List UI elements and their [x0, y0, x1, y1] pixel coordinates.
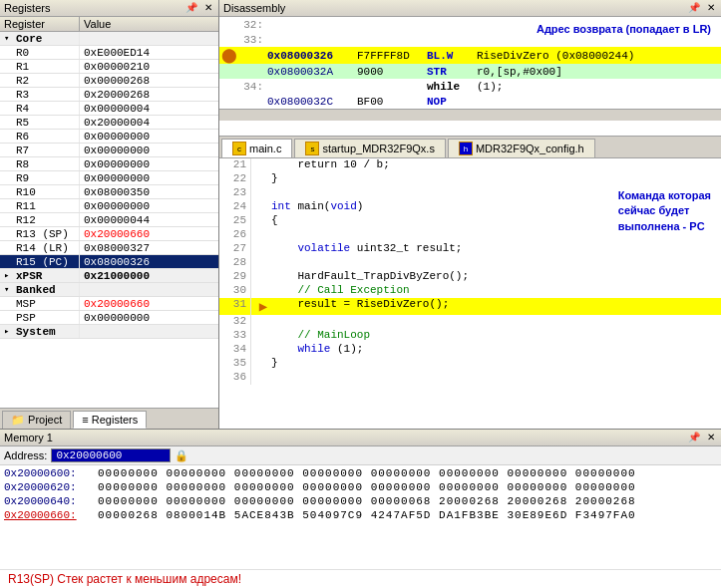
reg-row-r8: R80x00000000 [0, 157, 218, 171]
mem-row-600: 0x20000600: 00000000 00000000 00000000 0… [4, 467, 717, 481]
reg-row-r7: R70x00000000 [0, 144, 218, 157]
registers-pin-btn[interactable]: 📌 [183, 2, 199, 14]
tab-registers[interactable]: ≡ Registers [73, 411, 147, 429]
disasm-line-nop: 0x0800032C BF00 NOP [219, 94, 721, 109]
memory-pin-btn[interactable]: 📌 [686, 432, 702, 443]
val-col-header: Value [80, 17, 218, 31]
disassembly-top-area: Адрес возврата (попадает в LR) 32: 33: [219, 17, 721, 137]
source-content[interactable]: Команда котораясейчас будетвыполнена - P… [219, 158, 721, 429]
registers-close-btn[interactable]: ✕ [202, 2, 214, 14]
src-line-21: 21 return 10 / b; [219, 158, 721, 172]
src-line-27: 27 volatile uint32_t result; [219, 242, 721, 256]
disasm-line-str: 0x0800032A 9000 STR r0,[sp,#0x00] [219, 64, 721, 79]
main-container: Registers 📌 ✕ Register Value ▾CoreR00xE0… [0, 0, 721, 588]
src-line-24: 24 int main(void) [219, 200, 721, 214]
src-line-25: 25 { [219, 214, 721, 228]
main-c-label: main.c [249, 143, 281, 154]
address-input[interactable] [51, 448, 171, 462]
tab-startup[interactable]: s startup_MDR32F9Qx.s [294, 139, 445, 157]
memory-title: Memory 1 [4, 432, 53, 443]
disasm-scroll-horizontal[interactable] [219, 109, 721, 121]
src-line-30: 30 // Call Exception [219, 284, 721, 298]
mem-row-620: 0x20000620: 00000000 00000000 00000000 0… [4, 481, 717, 495]
memory-header: Memory 1 📌 ✕ [0, 430, 721, 446]
reg-row-r11: R110x00000000 [0, 199, 218, 213]
startup-label: startup_MDR32F9Qx.s [322, 143, 434, 154]
registers-header: Registers 📌 ✕ [0, 0, 218, 17]
src-line-35: 35 } [219, 357, 721, 371]
reg-row-r5: R50x20000004 [0, 116, 218, 130]
mem-row-660: 0x20000660: 00000268 0800014B 5ACE843B 5… [4, 509, 717, 523]
src-line-34: 34 while (1); [219, 343, 721, 357]
top-section: Registers 📌 ✕ Register Value ▾CoreR00xE0… [0, 0, 721, 429]
disassembly-title: Disassembly [223, 2, 285, 14]
reg-row-r2: R20x00000268 [0, 74, 218, 88]
disassembly-header: Disassembly 📌 ✕ [219, 0, 721, 17]
memory-panel: Memory 1 📌 ✕ Address: 🔒 0x20000600: 0000… [0, 429, 721, 588]
address-label: Address: [4, 449, 47, 461]
registers-panel: Registers 📌 ✕ Register Value ▾CoreR00xE0… [0, 0, 219, 429]
reg-row-msp: MSP0x20000660 [0, 297, 218, 311]
tab-project[interactable]: 📁 Project [2, 411, 71, 429]
disasm-line-bl: ⬤ 0x08000326 F7FFFF8D BL.W RiseDivZero (… [219, 47, 721, 64]
memory-close-btn[interactable]: ✕ [705, 432, 717, 443]
src-line-33: 33 // MainLoop [219, 329, 721, 343]
reg-row-r12: R120x00000044 [0, 213, 218, 227]
reg-table-header: Register Value [0, 17, 218, 32]
tab-main-c[interactable]: c main.c [221, 139, 292, 157]
reg-group-banked[interactable]: ▾Banked [0, 283, 218, 297]
disasm-annotation: Адрес возврата (попадает в LR) [537, 22, 711, 37]
src-line-29: 29 HardFault_TrapDivByZero(); [219, 270, 721, 284]
src-line-23: 23 [219, 186, 721, 200]
reg-row-r3: R30x20000268 [0, 88, 218, 102]
reg-row-r0: R00xE000ED14 [0, 46, 218, 60]
memory-content[interactable]: 0x20000600: 00000000 00000000 00000000 0… [0, 465, 721, 569]
startup-icon: s [305, 142, 319, 155]
src-line-36: 36 [219, 371, 721, 385]
tab-config[interactable]: h MDR32F9Qx_config.h [448, 139, 595, 157]
registers-title: Registers [4, 2, 50, 14]
execution-arrow: ▶ [259, 299, 267, 315]
disasm-line-while: 34: while (1); [219, 79, 721, 94]
main-c-icon: c [232, 142, 246, 155]
memory-footer: R13(SP) Стек растет к меньшим адресам! [0, 569, 721, 588]
config-icon: h [459, 142, 473, 155]
reg-group-core[interactable]: ▾Core [0, 32, 218, 46]
reg-group-xpsr[interactable]: ▸xPSR0x21000000 [0, 269, 218, 283]
reg-row-psp: PSP0x00000000 [0, 311, 218, 325]
disassembly-panel: Disassembly 📌 ✕ Адрес возврата (попадает… [219, 0, 721, 429]
reg-col-header: Register [0, 17, 80, 31]
reg-row-r15pc: R15 (PC)0x08000326 [0, 255, 218, 269]
src-line-28: 28 [219, 256, 721, 270]
reg-row-r13sp: R13 (SP)0x20000660 [0, 227, 218, 241]
reg-row-r1: R10x00000210 [0, 60, 218, 74]
reg-row-r9: R90x00000000 [0, 171, 218, 185]
reg-row-r10: R100x08000350 [0, 185, 218, 199]
reg-row-r6: R60x00000000 [0, 130, 218, 144]
lock-icon: 🔒 [175, 449, 188, 462]
src-line-22: 22 } [219, 172, 721, 186]
disasm-pin-btn[interactable]: 📌 [686, 2, 702, 14]
src-line-26: 26 [219, 228, 721, 242]
reg-tabs: 📁 Project ≡ Registers [0, 408, 218, 429]
reg-row-r4: R40x00000004 [0, 102, 218, 116]
reg-scroll-area[interactable]: ▾CoreR00xE000ED14R10x00000210R20x0000026… [0, 32, 218, 408]
src-line-31: 31 ▶ result = RiseDivZero(); [219, 298, 721, 315]
mem-row-640: 0x20000640: 00000000 00000000 00000000 0… [4, 495, 717, 509]
reg-group-system[interactable]: ▸System [0, 325, 218, 339]
src-line-32: 32 [219, 315, 721, 329]
disasm-close-btn[interactable]: ✕ [705, 2, 717, 14]
memory-address-bar: Address: 🔒 [0, 446, 721, 465]
config-label: MDR32F9Qx_config.h [476, 143, 584, 154]
reg-row-r14lr: R14 (LR)0x08000327 [0, 241, 218, 255]
source-tabs: c main.c s startup_MDR32F9Qx.s h MDR32F9… [219, 137, 721, 158]
